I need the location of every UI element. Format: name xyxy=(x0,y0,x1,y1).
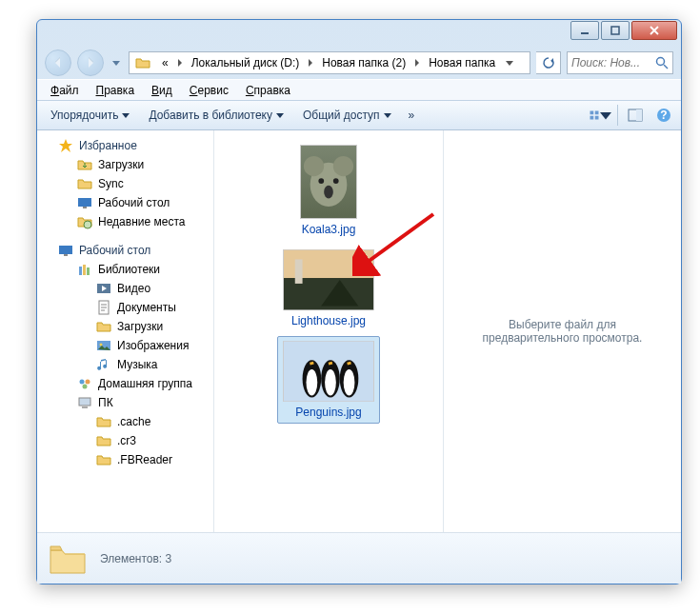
sidebar-item-recent[interactable]: Недавние места xyxy=(37,212,213,231)
add-to-library-button[interactable]: Добавить в библиотеку xyxy=(141,105,291,126)
address-folder-icon xyxy=(130,52,156,73)
svg-point-33 xyxy=(324,186,333,199)
svg-point-29 xyxy=(304,156,324,176)
toolbar: Упорядочить Добавить в библиотеку Общий … xyxy=(37,100,681,130)
address-overflow[interactable]: « xyxy=(156,52,174,73)
sidebar-pc[interactable]: ПК xyxy=(37,393,213,412)
svg-point-41 xyxy=(325,369,336,395)
sidebar-libraries[interactable]: Библиотеки xyxy=(37,260,213,279)
window-controls xyxy=(570,21,677,40)
menu-file[interactable]: Файл xyxy=(43,82,87,99)
thumbnail xyxy=(283,249,374,310)
documents-icon xyxy=(96,300,111,315)
svg-rect-14 xyxy=(59,246,72,254)
svg-point-24 xyxy=(86,380,90,385)
back-button[interactable] xyxy=(45,50,71,76)
file-item[interactable]: Lighthouse.jpg xyxy=(277,245,380,332)
svg-rect-8 xyxy=(636,109,642,121)
folder-icon xyxy=(77,157,92,172)
breadcrumb-seg-1[interactable]: Новая папка (2) xyxy=(316,52,411,73)
menubar: Файл Правка Вид Сервис Справка xyxy=(37,79,681,100)
svg-rect-6 xyxy=(595,116,599,120)
sidebar-item-lib-downloads[interactable]: Загрузки xyxy=(37,317,213,336)
svg-point-13 xyxy=(84,221,91,228)
svg-rect-26 xyxy=(79,398,90,406)
menu-tools[interactable]: Сервис xyxy=(182,82,236,99)
breadcrumb-seg-2[interactable]: Новая папка xyxy=(423,52,501,73)
file-item[interactable]: Penguins.jpg xyxy=(277,336,380,424)
sidebar-item-music[interactable]: Музыка xyxy=(37,355,213,374)
sidebar-item-cache[interactable]: .cache xyxy=(37,412,213,431)
svg-point-22 xyxy=(100,344,103,347)
explorer-window: « Локальный диск (D:) Новая папка (2) Но… xyxy=(36,19,682,584)
sidebar-favorites[interactable]: Избранное xyxy=(37,136,213,155)
sidebar-item-desktop[interactable]: Рабочий стол xyxy=(37,193,213,212)
share-button[interactable]: Общий доступ xyxy=(295,105,399,126)
preview-pane: Выберите файл для предварительного просм… xyxy=(443,130,681,532)
svg-rect-1 xyxy=(611,27,619,34)
search-box[interactable] xyxy=(567,51,673,74)
breadcrumb-seg-0[interactable]: Локальный диск (D:) xyxy=(186,52,306,73)
refresh-button[interactable] xyxy=(536,51,561,74)
navigation-pane[interactable]: Избранное Загрузки Sync Рабочий стол Нед… xyxy=(37,130,214,532)
recent-icon xyxy=(77,214,92,229)
sidebar-item-downloads[interactable]: Загрузки xyxy=(37,155,213,174)
svg-rect-4 xyxy=(595,111,599,115)
svg-rect-12 xyxy=(83,207,87,208)
svg-rect-3 xyxy=(590,111,594,115)
svg-rect-17 xyxy=(83,265,86,275)
address-dropdown[interactable] xyxy=(501,59,518,67)
homegroup-icon xyxy=(77,376,92,391)
menu-edit[interactable]: Правка xyxy=(89,82,143,99)
sidebar-item-fbreader[interactable]: .FBReader xyxy=(37,450,213,469)
file-item[interactable]: Koala3.jpg xyxy=(277,140,380,241)
details-count: Элементов: 3 xyxy=(100,552,171,565)
details-pane: Элементов: 3 xyxy=(37,532,681,584)
sidebar-item-documents[interactable]: Документы xyxy=(37,298,213,317)
folder-icon xyxy=(96,433,111,448)
file-name: Koala3.jpg xyxy=(282,223,375,236)
svg-text:?: ? xyxy=(660,109,667,122)
svg-point-31 xyxy=(318,178,324,184)
sidebar-item-sync[interactable]: Sync xyxy=(37,174,213,193)
organize-button[interactable]: Упорядочить xyxy=(43,105,137,126)
folder-icon xyxy=(96,414,111,429)
search-input[interactable] xyxy=(571,56,655,69)
sidebar-desktop-root[interactable]: Рабочий стол xyxy=(37,241,213,260)
pictures-icon xyxy=(96,338,111,353)
close-button[interactable] xyxy=(631,21,677,40)
folder-icon xyxy=(96,452,111,467)
minimize-button[interactable] xyxy=(570,21,599,40)
video-icon xyxy=(96,281,111,296)
svg-point-25 xyxy=(83,385,88,389)
svg-rect-27 xyxy=(82,406,88,408)
desktop-icon xyxy=(58,243,73,258)
svg-rect-5 xyxy=(590,116,594,120)
sidebar-item-cr3[interactable]: .cr3 xyxy=(37,431,213,450)
file-list[interactable]: Koala3.jpg Lighthouse.jpg Penguins.jpg xyxy=(214,130,443,532)
maximize-button[interactable] xyxy=(601,21,630,40)
main-area: Избранное Загрузки Sync Рабочий стол Нед… xyxy=(37,130,681,532)
svg-point-2 xyxy=(657,58,665,66)
history-dropdown[interactable] xyxy=(110,53,123,72)
svg-point-30 xyxy=(333,156,353,176)
sidebar-item-video[interactable]: Видео xyxy=(37,279,213,298)
address-bar[interactable]: « Локальный диск (D:) Новая папка (2) Но… xyxy=(129,51,530,74)
thumbnail xyxy=(283,341,374,402)
view-mode-button[interactable] xyxy=(589,104,611,127)
sidebar-item-pictures[interactable]: Изображения xyxy=(37,336,213,355)
svg-rect-0 xyxy=(581,32,589,34)
file-name: Lighthouse.jpg xyxy=(282,314,375,327)
forward-button[interactable] xyxy=(77,50,104,76)
music-icon xyxy=(96,357,111,372)
help-button[interactable]: ? xyxy=(652,104,675,127)
menu-help[interactable]: Справка xyxy=(238,82,298,99)
libraries-icon xyxy=(77,262,92,277)
preview-pane-button[interactable] xyxy=(624,104,647,127)
toolbar-overflow[interactable]: » xyxy=(403,105,421,126)
star-icon xyxy=(58,138,73,153)
computer-icon xyxy=(77,395,92,410)
menu-view[interactable]: Вид xyxy=(144,82,180,99)
svg-rect-15 xyxy=(64,254,68,256)
sidebar-homegroup[interactable]: Домашняя группа xyxy=(37,374,213,393)
